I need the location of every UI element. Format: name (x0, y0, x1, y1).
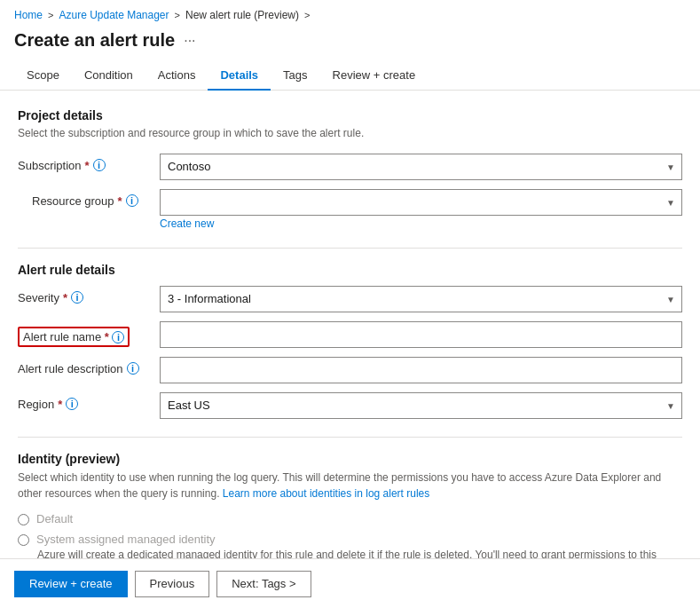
severity-info-icon[interactable]: i (71, 291, 83, 304)
breadcrumb-sep-2: > (175, 10, 180, 20)
tab-review[interactable]: Review + create (320, 61, 429, 91)
resource-group-required: * (118, 194, 122, 208)
identity-learn-more-link[interactable]: Learn more about identities in log alert… (223, 487, 429, 500)
nav-tabs: Scope Condition Actions Details Tags Rev… (0, 61, 700, 91)
project-details-section: Project details Select the subscription … (18, 108, 682, 230)
alert-rule-desc-input[interactable] (160, 357, 682, 383)
identity-system-radio-row: System assigned managed identity (18, 533, 682, 546)
alert-rule-desc-control (160, 357, 682, 383)
alert-rule-desc-label: Alert rule description i (18, 357, 160, 375)
resource-group-row: Resource group * i ▼ Create new (18, 189, 682, 230)
tab-scope[interactable]: Scope (14, 61, 72, 91)
subscription-select-wrapper: Contoso ▼ (160, 154, 682, 180)
resource-group-info-icon[interactable]: i (126, 194, 138, 207)
previous-button[interactable]: Previous (135, 571, 210, 597)
alert-rule-name-label: Alert rule name * i (18, 327, 130, 348)
severity-required: * (63, 291, 67, 304)
tab-actions[interactable]: Actions (146, 61, 208, 91)
review-create-button[interactable]: Review + create (14, 571, 128, 597)
name-required: * (105, 330, 109, 343)
severity-label: Severity * i (18, 286, 160, 304)
region-label: Region * i (18, 392, 160, 411)
resource-group-control: ▼ Create new (160, 189, 682, 230)
desc-info-icon[interactable]: i (127, 362, 139, 375)
alert-rule-name-input[interactable] (160, 321, 682, 348)
identity-desc: Select which identity to use when runnin… (18, 470, 682, 501)
page-title: Create an alert rule (14, 30, 175, 51)
breadcrumb: Home > Azure Update Manager > New alert … (0, 0, 700, 27)
alert-rule-name-row: Alert rule name * i (18, 321, 682, 348)
title-menu-icon[interactable]: ··· (184, 33, 195, 49)
region-required: * (58, 398, 62, 411)
main-content: Project details Select the subscription … (0, 91, 700, 608)
tab-condition[interactable]: Condition (72, 61, 146, 91)
identity-system-radio[interactable] (18, 534, 29, 546)
divider-2 (18, 437, 682, 438)
identity-system-label[interactable]: System assigned managed identity (36, 533, 216, 546)
tab-details[interactable]: Details (208, 61, 271, 91)
subscription-select[interactable]: Contoso (160, 154, 682, 180)
project-details-desc: Select the subscription and resource gro… (18, 126, 682, 141)
severity-select-wrapper: 0 - Critical 1 - Error 2 - Warning 3 - I… (160, 286, 682, 312)
identity-default-radio[interactable] (18, 514, 29, 525)
breadcrumb-home[interactable]: Home (14, 9, 43, 21)
subscription-control: Contoso ▼ (160, 154, 682, 180)
alert-rule-details-heading: Alert rule details (18, 263, 682, 277)
subscription-required: * (85, 159, 90, 172)
subscription-label: Subscription * i (18, 154, 160, 172)
breadcrumb-current: New alert rule (Preview) (185, 9, 299, 21)
next-button[interactable]: Next: Tags > (216, 571, 311, 597)
tab-tags[interactable]: Tags (271, 61, 319, 91)
severity-row: Severity * i 0 - Critical 1 - Error 2 - … (18, 286, 682, 312)
page-title-row: Create an alert rule ··· (0, 27, 700, 61)
resource-group-select-wrapper: ▼ (160, 189, 682, 216)
resource-group-label: Resource group * i (18, 189, 160, 208)
region-select-wrapper: East US West US West Europe East Asia ▼ (160, 392, 682, 419)
subscription-row: Subscription * i Contoso ▼ (18, 154, 682, 180)
alert-rule-name-label-wrapper: Alert rule name * i (18, 321, 160, 348)
name-info-icon[interactable]: i (112, 331, 124, 343)
region-select[interactable]: East US West US West Europe East Asia (160, 392, 682, 419)
action-bar: Review + create Previous Next: Tags > (0, 558, 700, 608)
region-control: East US West US West Europe East Asia ▼ (160, 392, 682, 419)
region-row: Region * i East US West US West Europe E… (18, 392, 682, 419)
identity-option-default: Default (18, 512, 682, 525)
create-new-link[interactable]: Create new (160, 217, 682, 230)
project-details-heading: Project details (18, 108, 682, 122)
resource-group-select[interactable] (160, 189, 682, 216)
subscription-info-icon[interactable]: i (93, 159, 106, 171)
breadcrumb-sep-1: > (48, 10, 53, 20)
identity-default-label[interactable]: Default (36, 512, 73, 525)
alert-rule-desc-row: Alert rule description i (18, 357, 682, 383)
alert-rule-name-control (160, 321, 682, 348)
severity-select[interactable]: 0 - Critical 1 - Error 2 - Warning 3 - I… (160, 286, 682, 312)
divider-1 (18, 248, 682, 249)
alert-rule-details-section: Alert rule details Severity * i 0 - Crit… (18, 263, 682, 419)
identity-heading: Identity (preview) (18, 452, 682, 466)
severity-control: 0 - Critical 1 - Error 2 - Warning 3 - I… (160, 286, 682, 312)
region-info-icon[interactable]: i (66, 398, 78, 410)
breadcrumb-sep-3: > (304, 10, 310, 20)
breadcrumb-azure-update[interactable]: Azure Update Manager (59, 9, 169, 21)
